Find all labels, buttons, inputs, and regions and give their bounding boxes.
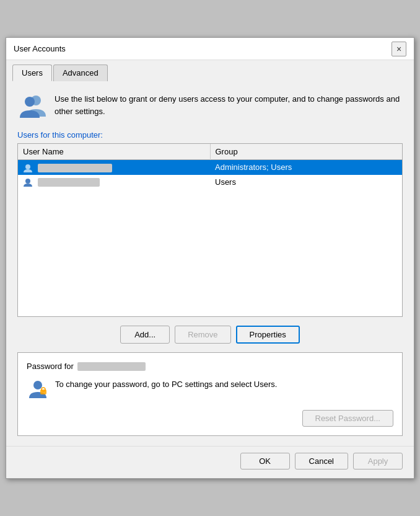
info-text: Use the list below to grant or deny user…	[55, 91, 403, 117]
col-header-username: User Name	[18, 144, 210, 160]
user-accounts-dialog: User Accounts × Users Advanced	[6, 37, 414, 479]
tab-content-users: Use the list below to grant or deny user…	[6, 81, 414, 446]
apply-button[interactable]: Apply	[353, 453, 403, 469]
svg-point-4	[33, 381, 42, 389]
group-cell: Users	[210, 175, 402, 190]
user-row-icon	[23, 164, 33, 172]
tab-users[interactable]: Users	[12, 64, 52, 81]
username-cell	[18, 160, 210, 175]
password-label: Password for	[27, 362, 393, 371]
password-info: To change your password, go to PC settin…	[27, 377, 393, 401]
group-cell: Administrators; Users	[210, 160, 402, 175]
password-icon	[27, 377, 49, 401]
username-cell	[18, 175, 210, 190]
reset-btn-row: Reset Password...	[27, 410, 393, 427]
title-bar: User Accounts ×	[6, 38, 414, 60]
users-icon	[17, 91, 47, 120]
reset-password-button[interactable]: Reset Password...	[302, 410, 394, 427]
close-button[interactable]: ×	[392, 42, 406, 56]
svg-point-1	[25, 97, 35, 107]
password-info-text: To change your password, go to PC settin…	[55, 377, 277, 391]
add-button[interactable]: Add...	[120, 326, 170, 344]
password-section: Password for To change your password, go…	[17, 352, 403, 436]
tab-strip: Users Advanced	[6, 60, 414, 81]
user-table: User Name Group Administrators	[18, 144, 402, 189]
users-section-label: Users for this computer:	[17, 130, 403, 140]
remove-button[interactable]: Remove	[175, 326, 230, 344]
bottom-buttons: OK Cancel Apply	[6, 446, 414, 478]
ok-button[interactable]: OK	[240, 453, 290, 469]
window-title: User Accounts	[14, 44, 66, 53]
password-name-blurred	[77, 362, 146, 371]
user-table-container: User Name Group Administrators	[17, 143, 403, 317]
table-row[interactable]: Administrators; Users	[18, 160, 402, 175]
info-box: Use the list below to grant or deny user…	[17, 91, 403, 120]
table-row[interactable]: Users	[18, 175, 402, 190]
username-blurred	[38, 178, 100, 187]
svg-point-2	[25, 164, 30, 169]
user-row-icon	[23, 178, 33, 187]
svg-point-3	[25, 179, 30, 184]
action-buttons: Add... Remove Properties	[17, 326, 403, 344]
col-header-group: Group	[210, 144, 402, 160]
cancel-button[interactable]: Cancel	[295, 453, 348, 469]
tab-advanced[interactable]: Advanced	[53, 64, 108, 81]
properties-button[interactable]: Properties	[236, 326, 300, 344]
username-blurred	[38, 164, 112, 172]
